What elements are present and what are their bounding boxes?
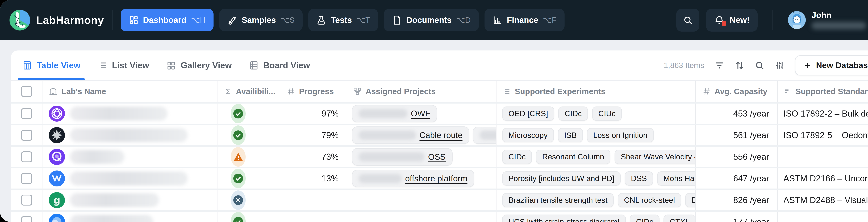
top-header: LabHarmony Dashboard ⌥H Samples ⌥S xyxy=(0,0,868,40)
row-checkbox[interactable] xyxy=(21,108,32,119)
experiment-chip: Brazilian tensile strength test xyxy=(502,193,614,207)
lab-name-redacted xyxy=(70,150,124,164)
assigned-projects-cell: OSS xyxy=(347,147,496,167)
column-header-projects[interactable]: Assigned Projects xyxy=(347,81,496,102)
experiment-chip: DSS xyxy=(685,193,695,207)
nav-samples-button[interactable]: Samples ⌥S xyxy=(219,9,303,31)
project-link[interactable]: Cable route xyxy=(420,130,462,140)
column-header-capacity[interactable]: Avg. Capasity xyxy=(695,81,778,102)
project-link[interactable]: OSS xyxy=(428,152,446,162)
filter-icon[interactable] xyxy=(715,61,724,70)
experiments-cell: Brazilian tensile strength testCNL rock-… xyxy=(496,190,695,210)
row-checkbox[interactable] xyxy=(21,195,32,205)
row-checkbox[interactable] xyxy=(21,130,32,141)
tab-gallery-view[interactable]: Gallery View xyxy=(166,51,232,80)
project-chip: offshore platform xyxy=(352,170,474,187)
dashboard-icon xyxy=(129,15,138,25)
tab-list-view[interactable]: List View xyxy=(98,51,149,80)
sliders-icon[interactable] xyxy=(775,61,784,70)
table-view-icon xyxy=(22,61,32,70)
table-row: 97% OWF OED [CRS]CIDcCIUc 453 /year ISO … xyxy=(11,103,868,125)
column-header-standards[interactable]: Supported Standards xyxy=(778,81,868,102)
header-search-button[interactable] xyxy=(676,9,699,32)
nav-finance-button[interactable]: Finance ⌥F xyxy=(485,9,564,31)
hash-icon xyxy=(287,87,295,95)
availability-badge xyxy=(231,104,246,123)
notifications-label: New! xyxy=(730,15,750,25)
list-view-icon xyxy=(98,61,107,70)
experiments-cell: MicroscopyISBLoss on Ignition xyxy=(496,125,695,145)
page: LabHarmony Dashboard ⌥H Samples ⌥S xyxy=(0,0,868,222)
tab-label: Table View xyxy=(37,60,81,70)
lab-logo-avatar xyxy=(49,106,65,122)
svg-text:g: g xyxy=(53,195,60,206)
hash-icon xyxy=(703,87,711,95)
project-link[interactable]: OWF xyxy=(411,109,430,118)
row-checkbox[interactable] xyxy=(21,173,32,184)
project-chip xyxy=(473,127,496,144)
select-all-cell[interactable] xyxy=(11,81,43,102)
select-all-checkbox[interactable] xyxy=(21,86,32,97)
experiment-chip: CTXL xyxy=(663,215,695,222)
table-row: 79% Cable route MicroscopyISBLoss on Ign… xyxy=(11,125,868,147)
experiment-chip: Porosity [includes UW and PD] xyxy=(502,171,621,186)
tab-label: Board View xyxy=(264,60,310,70)
project-name-redacted xyxy=(359,174,402,183)
tab-label: Gallery View xyxy=(181,60,232,70)
plus-icon xyxy=(803,61,811,69)
project-link[interactable]: offshore platform xyxy=(405,174,467,183)
lab-name-redacted xyxy=(70,215,153,222)
experiment-chip: UCS [with strain-stress diagram] xyxy=(502,215,626,222)
user-avatar xyxy=(788,11,806,29)
experiment-chip: Mohs Hardness xyxy=(657,171,695,186)
nav-shortcut: ⌥D xyxy=(456,15,471,25)
column-header-experiments[interactable]: Supported Experiments xyxy=(496,81,695,102)
main-nav: Dashboard ⌥H Samples ⌥S Tests ⌥T xyxy=(121,9,564,31)
tab-board-view[interactable]: Board View xyxy=(249,51,310,80)
experiment-chip: CNL rock-steel xyxy=(618,193,681,207)
project-name-redacted xyxy=(359,152,425,161)
capacity-value: 826 /year xyxy=(733,195,769,205)
project-chip: OWF xyxy=(352,105,437,122)
notifications-button[interactable]: New! xyxy=(706,9,757,32)
nav-label: Documents xyxy=(406,15,452,25)
nav-label: Samples xyxy=(242,15,276,25)
experiments-cell: OED [CRS]CIDcCIUc xyxy=(496,103,695,124)
experiment-chip: OED [CRS] xyxy=(502,106,554,121)
labharmony-logo-icon xyxy=(9,9,30,31)
lab-logo-avatar xyxy=(49,127,65,143)
availability-check-icon xyxy=(233,217,243,222)
search-table-icon[interactable] xyxy=(755,61,764,70)
standards-value: ASTM D2166 – Unconfined xyxy=(783,173,868,184)
project-chip: OSS xyxy=(352,148,453,166)
documents-icon xyxy=(392,15,402,25)
capacity-value: 177 /year xyxy=(733,217,769,222)
nav-tests-button[interactable]: Tests ⌥T xyxy=(308,9,378,31)
row-checkbox[interactable] xyxy=(21,216,32,222)
table-row: 13% offshore platform Porosity [includes… xyxy=(11,168,868,190)
column-header-name[interactable]: Lab's Name xyxy=(43,81,218,102)
experiment-chip: Resonant Column xyxy=(536,150,610,164)
building-icon xyxy=(49,87,58,96)
progress-value: 97% xyxy=(321,108,339,119)
nav-documents-button[interactable]: Documents ⌥D xyxy=(384,9,478,31)
nav-dashboard-button[interactable]: Dashboard ⌥H xyxy=(121,9,214,31)
project-name-redacted xyxy=(479,131,496,140)
tests-icon xyxy=(316,15,326,25)
availability-badge xyxy=(231,212,246,222)
search-icon xyxy=(683,15,693,25)
sort-icon[interactable] xyxy=(735,61,744,70)
assigned-projects-cell: OWF xyxy=(347,103,496,124)
table-row: UCS [with strain-stress diagram]CIDcCTXL… xyxy=(11,212,868,222)
availability-badge xyxy=(231,169,246,188)
experiment-chip: DSS xyxy=(625,171,653,186)
column-header-availability[interactable]: Availibili... xyxy=(218,81,281,102)
view-tabs: Table View List View Gallery View xyxy=(22,51,310,80)
board-view-icon xyxy=(249,61,259,70)
nav-shortcut: ⌥T xyxy=(356,15,370,25)
new-database-button[interactable]: New Database xyxy=(795,55,868,75)
user-menu[interactable]: John xyxy=(788,11,868,29)
row-checkbox[interactable] xyxy=(21,151,32,162)
column-header-progress[interactable]: Progress xyxy=(281,81,347,102)
tab-table-view[interactable]: Table View xyxy=(22,51,81,80)
